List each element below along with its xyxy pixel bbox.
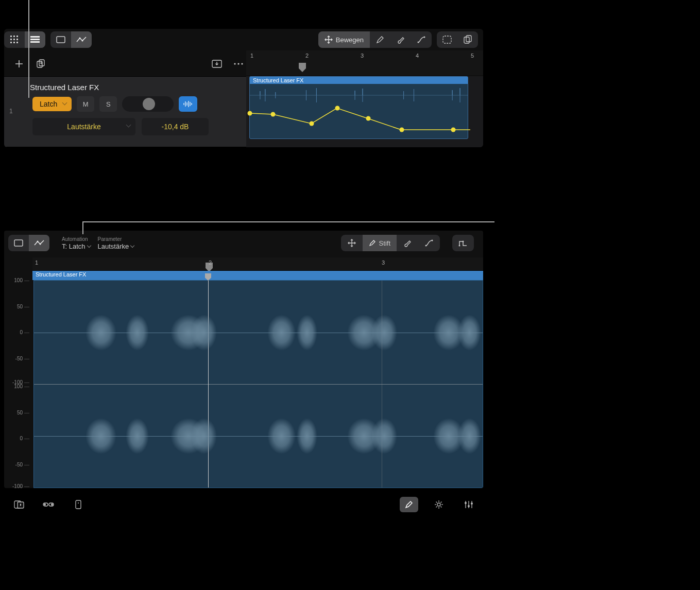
scale-label: -50 xyxy=(15,461,29,467)
editor-curve-tool[interactable] xyxy=(418,235,440,251)
scale-label: -100 xyxy=(12,483,29,488)
waveform-burst xyxy=(126,315,149,351)
scale-label: 50 xyxy=(17,303,29,309)
timeline-ruler[interactable]: 12345 xyxy=(246,50,483,75)
track-number: 1 xyxy=(9,108,13,115)
settings-icon xyxy=(434,500,443,509)
svg-rect-18 xyxy=(464,37,469,43)
track-header[interactable]: 1 Structured Laser FX Latch M S Lautstär… xyxy=(4,76,246,147)
region-view-button[interactable] xyxy=(50,31,71,48)
svg-rect-4 xyxy=(13,39,15,40)
editor-region-view-button[interactable] xyxy=(8,235,29,251)
settings-button[interactable] xyxy=(430,497,448,512)
svg-line-55 xyxy=(436,507,437,508)
curve-icon xyxy=(417,36,425,44)
bar-line xyxy=(382,281,382,488)
scale-label: 100 xyxy=(14,384,29,389)
svg-rect-8 xyxy=(16,42,18,43)
automation-point[interactable] xyxy=(248,111,252,116)
automation-mode-dropdown[interactable]: Automation T: Latch xyxy=(62,236,91,250)
scale-label: 100 xyxy=(14,277,29,283)
automation-point[interactable] xyxy=(366,116,371,121)
ruler-tick: 3 xyxy=(382,259,385,266)
svg-rect-19 xyxy=(466,36,471,42)
pencil-icon xyxy=(369,239,376,247)
svg-rect-1 xyxy=(13,36,15,37)
svg-rect-11 xyxy=(30,41,40,43)
grid-view-button[interactable] xyxy=(4,31,25,48)
svg-rect-0 xyxy=(10,36,12,37)
list-view-button[interactable] xyxy=(25,31,45,48)
automation-view-button[interactable] xyxy=(71,31,92,48)
plus-icon xyxy=(14,59,24,68)
shape-icon xyxy=(458,239,468,247)
library-button[interactable] xyxy=(9,497,28,512)
move-icon xyxy=(348,239,356,247)
automation-point[interactable] xyxy=(310,122,314,126)
editor-brush-tool[interactable] xyxy=(397,235,418,251)
track-lane[interactable]: Structured Laser FX xyxy=(246,76,483,147)
editor-playhead-line xyxy=(208,281,209,488)
pan-slider[interactable] xyxy=(122,96,174,112)
sliders-button[interactable] xyxy=(459,497,478,512)
pan-knob[interactable] xyxy=(143,98,155,110)
add-track-button[interactable] xyxy=(11,56,27,72)
svg-point-37 xyxy=(432,240,433,241)
editor-shape-tool[interactable] xyxy=(452,235,474,251)
copy-button[interactable] xyxy=(457,31,478,48)
mixer-button[interactable] xyxy=(39,497,58,512)
marquee-button[interactable] xyxy=(437,31,457,48)
automation-point[interactable] xyxy=(400,128,404,132)
annotation-line-mid-v xyxy=(82,221,83,234)
import-icon xyxy=(212,60,222,68)
move-icon xyxy=(325,36,333,44)
mute-button[interactable]: M xyxy=(77,96,94,112)
parameter-dropdown[interactable]: Parameter Lautstärke xyxy=(98,236,134,250)
editor-move-tool[interactable] xyxy=(341,235,363,251)
ruler-tick: 4 xyxy=(416,53,419,59)
more-button[interactable] xyxy=(231,56,246,72)
automation-mode-select[interactable]: Latch xyxy=(32,97,72,111)
solo-button[interactable]: S xyxy=(99,96,117,112)
svg-rect-12 xyxy=(57,37,65,43)
svg-rect-10 xyxy=(30,39,40,40)
svg-point-62 xyxy=(471,502,473,505)
region-waveform xyxy=(250,85,468,106)
editor-pen-tool[interactable]: Stift xyxy=(363,235,397,251)
amplitude-scale: 100500-50-100100500-50-100 xyxy=(4,280,32,488)
dropdown-value: T: Latch xyxy=(62,242,86,250)
edit-mode-button[interactable] xyxy=(400,497,418,512)
move-tool-button[interactable]: Bewegen xyxy=(318,31,370,48)
editor-automation-view-button[interactable] xyxy=(29,235,49,251)
edit-mode-group: Bewegen xyxy=(318,31,432,48)
curve-tool-button[interactable] xyxy=(411,31,432,48)
automation-point[interactable] xyxy=(451,128,456,132)
pencil-icon xyxy=(405,500,413,509)
annotation-line-top xyxy=(28,0,29,98)
input-monitor-button[interactable] xyxy=(179,96,197,112)
svg-rect-9 xyxy=(30,36,40,38)
automation-param-select[interactable]: Lautstärke xyxy=(32,118,135,135)
automation-point[interactable] xyxy=(271,112,276,117)
playhead[interactable] xyxy=(299,63,306,72)
scale-label: -50 xyxy=(15,355,29,361)
import-button[interactable] xyxy=(209,56,225,72)
automation-param-value[interactable]: -10,4 dB xyxy=(142,118,209,135)
pencil-tool-button[interactable] xyxy=(370,31,390,48)
tracks-panel: Bewegen xyxy=(4,29,483,147)
editor-ruler[interactable]: 123 xyxy=(32,257,483,271)
svg-rect-7 xyxy=(13,42,15,43)
duplicate-track-button[interactable] xyxy=(33,56,48,72)
brush-tool-button[interactable] xyxy=(390,31,411,48)
channel-divider xyxy=(34,384,483,385)
svg-point-23 xyxy=(234,63,235,64)
waveform-burst xyxy=(458,315,481,351)
ruler-tick: 3 xyxy=(361,53,364,59)
track-sub-toolbar xyxy=(4,54,246,74)
svg-line-56 xyxy=(441,502,442,503)
editor-waveform-area[interactable] xyxy=(33,280,483,488)
automation-point[interactable] xyxy=(335,106,340,111)
waveform-burst xyxy=(371,315,397,351)
remote-button[interactable] xyxy=(69,497,88,512)
audio-region[interactable]: Structured Laser FX xyxy=(249,76,468,139)
